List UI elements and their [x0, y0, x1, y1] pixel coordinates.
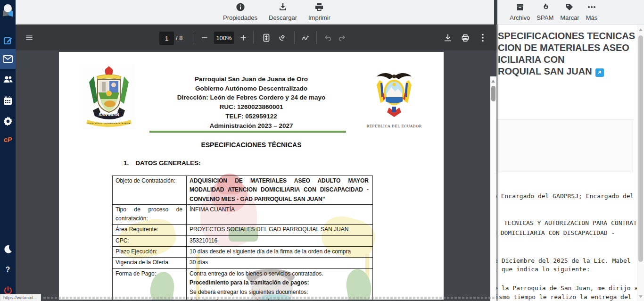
panel-divider — [494, 0, 497, 25]
status-url-overflow — [43, 297, 510, 299]
download-button[interactable]: Descargar — [267, 1, 299, 22]
table-row: Forma de Pago: Contra entrega de los bie… — [113, 269, 373, 300]
scroll-down-arrow[interactable] — [639, 295, 643, 298]
external-link-icon[interactable] — [595, 68, 604, 77]
header-divider-rule — [149, 131, 346, 133]
email-body-line: e Diciembre del 2025 de la Lic. Mabel — [494, 257, 631, 264]
settings-gear-icon[interactable] — [0, 114, 16, 129]
header-line: Parroquial San Juan de Juana de Oro — [122, 75, 381, 84]
pdf-page: SAN JUAN POR EL HONOR Y LA GRANDEZA DE L… — [59, 52, 444, 300]
undo-icon[interactable] — [321, 32, 334, 44]
pdf-scrollbar[interactable] — [490, 76, 496, 301]
section-heading: 1.DATOS GENERALES: — [124, 159, 201, 167]
table-label-cell: Plazo Ejecución: — [113, 247, 187, 258]
email-body-line: o Encargado del GADPRSJ; Encargado del — [494, 192, 634, 200]
scroll-up-arrow[interactable] — [639, 28, 643, 31]
kebab-menu-icon[interactable] — [477, 32, 489, 44]
rotate-icon[interactable] — [275, 32, 289, 44]
help-label: ? — [6, 266, 10, 274]
fit-page-icon[interactable] — [260, 32, 273, 44]
email-body-line: N DOMICILIARIA CON DISCAPACIDAD - — [493, 229, 615, 236]
info-icon — [236, 2, 245, 13]
pdf-print-icon[interactable] — [459, 32, 472, 44]
more-button[interactable]: Más — [584, 1, 600, 22]
ecuador-coat-of-arms — [373, 70, 415, 123]
spam-label: SPAM — [537, 14, 553, 21]
email-scrollbar[interactable] — [637, 25, 644, 301]
table-value-cell: 353210116 — [187, 236, 373, 247]
archive-button[interactable]: Archivo — [508, 1, 532, 22]
zoom-out-button[interactable] — [198, 32, 211, 44]
redo-icon[interactable] — [336, 32, 349, 44]
print-button[interactable]: Imprimir — [306, 1, 332, 22]
seal-banner-text: SAN JUAN — [99, 112, 119, 117]
pdf-canvas-area: SAN JUAN POR EL HONOR Y LA GRANDEZA DE L… — [16, 50, 496, 301]
toolbar-separator — [294, 31, 295, 44]
table-row: Tipo de proceso de contratación: ÍNFIMA … — [113, 205, 373, 225]
zoom-level[interactable]: 100% — [214, 32, 234, 44]
screen: Propiedades Descargar Imprimir Archivo S… — [0, 0, 644, 301]
table-row: Objeto de Contratación: ADQUISICION DE M… — [113, 176, 373, 205]
table-value-cell: ÍNFIMA CUANTÍA — [187, 205, 373, 225]
app-logo[interactable] — [0, 2, 16, 18]
properties-label: Propiedades — [223, 14, 257, 21]
email-subject-line: SPECIFICACIONES TECNICAS — [498, 30, 635, 42]
calendar-icon[interactable] — [0, 93, 16, 108]
spam-button[interactable]: SPAM — [535, 1, 555, 22]
download-icon — [278, 2, 288, 13]
annotate-icon[interactable] — [299, 32, 312, 44]
scrollbar-thumb[interactable] — [638, 35, 643, 262]
table-value-cell: 30 días — [187, 258, 373, 269]
cpanel-icon[interactable]: cP — [0, 132, 16, 147]
table-row: Vigencia de la Oferta: 30 días — [113, 258, 373, 269]
email-body-line: e la Parroquia de San Juan, me dirijo a — [494, 284, 638, 292]
email-subject-line: ROQUIAL SAN JUAN — [498, 66, 604, 77]
printer-icon — [314, 2, 324, 13]
properties-button[interactable]: Propiedades — [221, 1, 259, 22]
email-subject-line: CION DE MATERIALES ASEO — [498, 42, 629, 54]
email-body-line: TECNICAS Y AUTORIZACION PARA CONTRATAR — [504, 219, 644, 226]
app-sidebar: cP ? — [0, 0, 16, 301]
header-line: TELF: 052959122 — [122, 112, 381, 121]
table-label-cell: Tipo de proceso de contratación: — [113, 205, 187, 225]
cpanel-label: cP — [4, 136, 12, 143]
page-count-label: / 8 — [176, 32, 182, 44]
zoom-in-button[interactable] — [237, 32, 249, 44]
table-value-cell: ADQUISICION DE MATERIALES ASEO ADULTO MA… — [187, 176, 373, 205]
table-label-cell: Objeto de Contratación: — [113, 176, 187, 205]
payment-line: Contra entrega de los bienes o servicios… — [190, 269, 369, 278]
contacts-icon[interactable] — [0, 72, 16, 87]
scrollbar-thumb[interactable] — [491, 86, 495, 101]
pdf-download-icon[interactable] — [441, 32, 454, 44]
table-row: Plazo Ejecución: 10 días desde el siguie… — [113, 247, 373, 258]
compose-icon[interactable] — [0, 33, 16, 48]
toolbar-separator — [253, 31, 254, 44]
toolbar-separator — [194, 31, 194, 44]
dark-mode-moon-icon[interactable] — [0, 242, 16, 257]
header-line: Dirección: León de Febres Cordero y 24 d… — [122, 93, 381, 102]
mail-toolbar-right-group: Archivo SPAM Marcar Más — [508, 1, 599, 22]
document-header: Parroquial San Juan de Juana de Oro Gobi… — [122, 75, 381, 130]
scroll-up-arrow[interactable] — [491, 80, 495, 83]
email-body-line: ismo tiempo le realizo la entrega del — [495, 293, 632, 301]
page-number-input[interactable] — [159, 32, 174, 45]
table-label-cell: CPC: — [113, 236, 187, 247]
table-value-cell: 10 días desde el siguiente día de la fir… — [187, 247, 373, 258]
archive-icon — [515, 2, 525, 13]
table-label-cell: Forma de Pago: — [113, 269, 187, 300]
flag-button[interactable]: Marcar — [558, 1, 581, 22]
mail-icon[interactable] — [0, 49, 16, 69]
toolbar-separator — [316, 31, 317, 44]
pdf-viewer: / 8 100% — [16, 25, 496, 301]
document-title: ESPECIFICACIONES TÉCNICAS — [122, 141, 381, 149]
payment-line: Procedimiento para la tramitación de pag… — [190, 278, 369, 287]
table-value-cell: Contra entrega de los bienes o servicios… — [187, 269, 373, 300]
attachment-preview-box — [485, 119, 633, 172]
print-label: Imprimir — [308, 14, 330, 21]
download-label: Descargar — [269, 14, 297, 21]
email-reading-panel: SPECIFICACIONES TECNICAS CION DE MATERIA… — [496, 25, 644, 301]
menu-icon[interactable] — [23, 32, 35, 44]
mail-toolbar-center-group: Propiedades Descargar Imprimir — [221, 1, 332, 22]
help-icon[interactable]: ? — [0, 262, 16, 277]
status-bar-url: https://webmail… — [0, 294, 41, 301]
